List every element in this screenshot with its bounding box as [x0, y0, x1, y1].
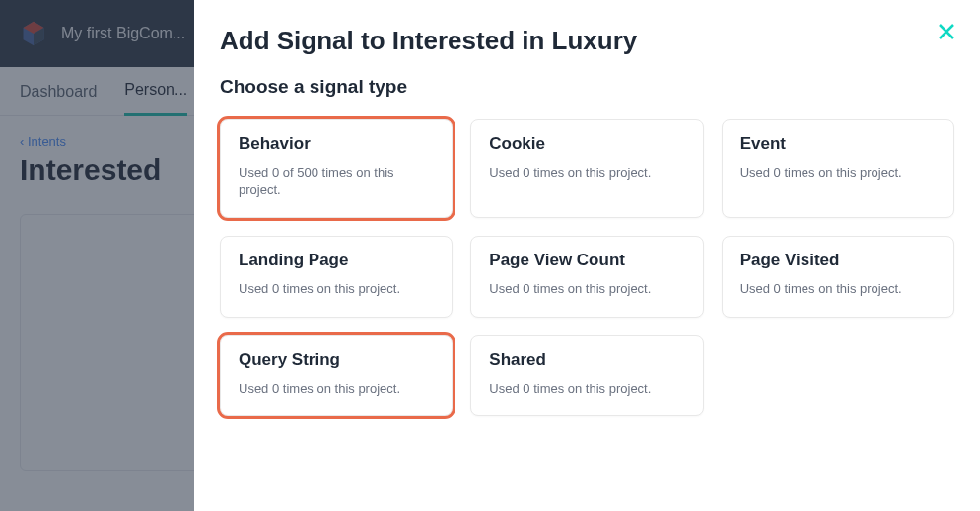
tile-title: Shared: [489, 350, 684, 370]
signal-tile-cookie[interactable]: CookieUsed 0 times on this project.: [470, 119, 703, 218]
signal-tile-landing-page[interactable]: Landing PageUsed 0 times on this project…: [220, 236, 453, 317]
tile-description: Used 0 times on this project.: [489, 280, 684, 298]
tile-description: Used 0 times on this project.: [489, 164, 684, 182]
signal-tile-behavior[interactable]: BehaviorUsed 0 of 500 times on this proj…: [220, 119, 453, 218]
tile-description: Used 0 times on this project.: [239, 280, 434, 298]
signal-type-grid: BehaviorUsed 0 of 500 times on this proj…: [220, 119, 954, 416]
tile-title: Cookie: [489, 134, 684, 154]
tile-description: Used 0 times on this project.: [740, 280, 936, 298]
signal-tile-page-visited[interactable]: Page VisitedUsed 0 times on this project…: [722, 236, 954, 317]
tile-title: Behavior: [239, 134, 434, 154]
tile-title: Event: [740, 134, 936, 154]
tile-title: Query String: [239, 350, 434, 370]
tile-title: Landing Page: [239, 251, 434, 270]
modal-title: Add Signal to Interested in Luxury: [220, 26, 954, 56]
tile-description: Used 0 times on this project.: [239, 380, 434, 398]
modal-subtitle: Choose a signal type: [220, 76, 954, 98]
signal-tile-page-view-count[interactable]: Page View CountUsed 0 times on this proj…: [470, 236, 703, 317]
add-signal-modal: Add Signal to Interested in Luxury Choos…: [194, 0, 980, 511]
signal-tile-event[interactable]: EventUsed 0 times on this project.: [722, 119, 954, 218]
tile-title: Page Visited: [740, 251, 936, 270]
tile-description: Used 0 of 500 times on this project.: [239, 164, 434, 199]
signal-tile-query-string[interactable]: Query StringUsed 0 times on this project…: [220, 335, 453, 416]
signal-tile-shared[interactable]: SharedUsed 0 times on this project.: [470, 335, 703, 416]
tile-title: Page View Count: [489, 251, 684, 270]
close-icon[interactable]: [935, 20, 958, 43]
tile-description: Used 0 times on this project.: [740, 164, 936, 182]
tile-description: Used 0 times on this project.: [489, 380, 684, 398]
